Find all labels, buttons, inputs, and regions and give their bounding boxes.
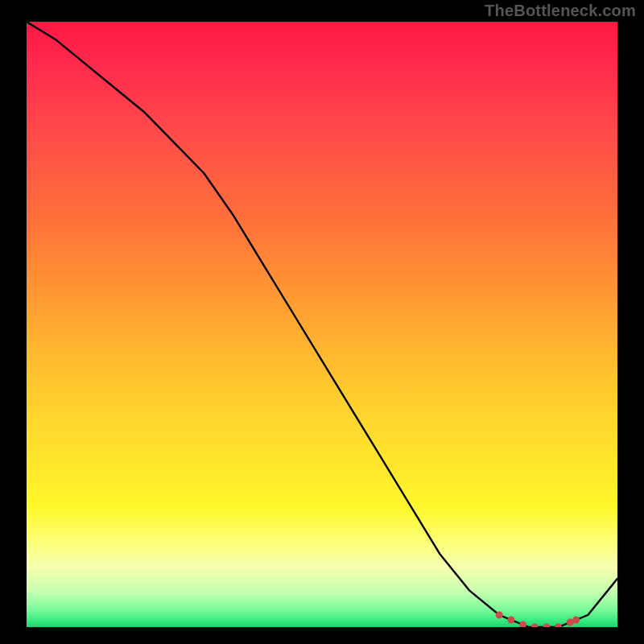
plot-area [27, 22, 617, 627]
chart-frame: TheBottleneck.com [0, 0, 644, 644]
highlight-dot [496, 612, 503, 619]
highlight-dot [531, 624, 539, 628]
highlight-dot [543, 624, 550, 628]
bottleneck-curve [27, 22, 617, 627]
highlight-dots [496, 612, 580, 628]
highlight-dot [555, 624, 562, 628]
watermark-label: TheBottleneck.com [485, 2, 636, 20]
highlight-dot [519, 621, 526, 628]
highlight-dot [507, 617, 514, 624]
highlight-dot [572, 617, 580, 624]
chart-svg [27, 22, 617, 627]
